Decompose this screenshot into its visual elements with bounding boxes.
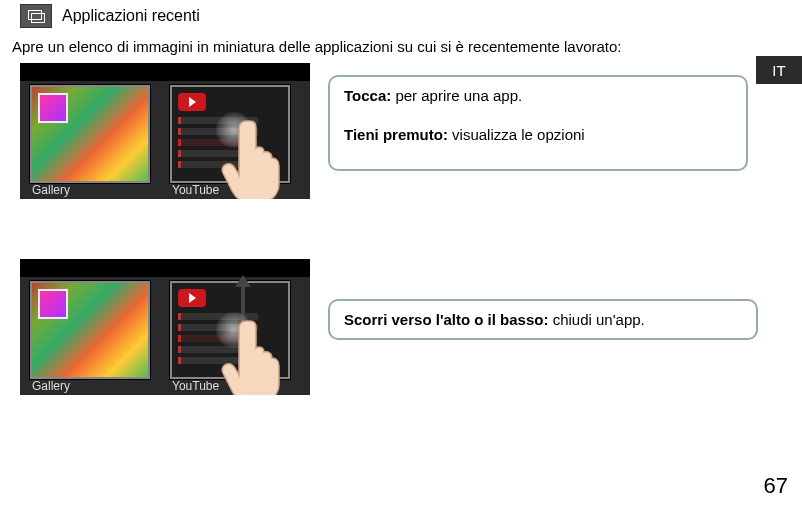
hold-desc: visualizza le opzioni <box>448 126 585 143</box>
tap-label: Tocca: <box>344 87 391 104</box>
youtube-caption: YouTube <box>172 379 219 393</box>
page-number: 67 <box>764 473 788 499</box>
language-tab: IT <box>756 56 802 84</box>
hand-tap-icon <box>220 113 290 199</box>
hand-swipe-icon <box>220 313 290 395</box>
gallery-thumbnail <box>30 281 150 379</box>
youtube-caption: YouTube <box>172 183 219 197</box>
callout-tap-hold: Tocca: per aprire una app. Tieni premuto… <box>328 75 748 171</box>
youtube-play-icon <box>178 93 206 111</box>
section-title: Applicazioni recenti <box>62 7 200 25</box>
gallery-caption: Gallery <box>32 379 70 393</box>
swipe-label: Scorri verso l'alto o il basso: <box>344 311 548 328</box>
gallery-thumbnail <box>30 85 150 183</box>
tap-desc: per aprire una app. <box>391 87 522 104</box>
recent-apps-screenshot-swipe: Gallery YouTube <box>20 259 310 395</box>
swipe-desc: chiudi un'app. <box>548 311 644 328</box>
intro-text: Apre un elenco di immagini in miniatura … <box>12 38 794 55</box>
callout-swipe: Scorri verso l'alto o il basso: chiudi u… <box>328 299 758 340</box>
recent-apps-icon <box>20 4 52 28</box>
youtube-play-icon <box>178 289 206 307</box>
recent-apps-screenshot-tap: Gallery YouTube <box>20 63 310 199</box>
gallery-caption: Gallery <box>32 183 70 197</box>
hold-label: Tieni premuto: <box>344 126 448 143</box>
